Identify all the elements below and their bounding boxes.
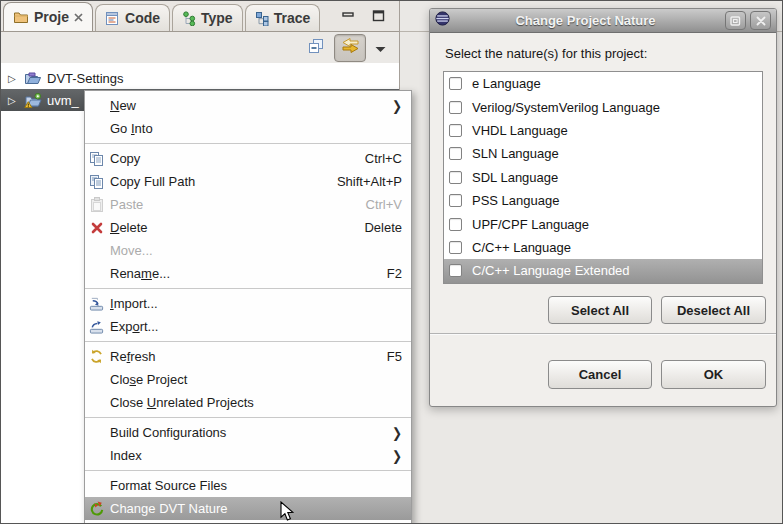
menu-item-label: Go Into [110, 121, 153, 136]
dialog-maximize-button[interactable] [725, 11, 746, 30]
menu-item-accelerator: Ctrl+C [365, 151, 402, 166]
menu-item-label: Format Source Files [110, 478, 227, 493]
menu-item-build-configurations[interactable]: Build Configurations❯ [85, 421, 411, 444]
nature-label: PSS Language [472, 193, 559, 208]
view-window-controls [342, 8, 385, 26]
menu-item-accelerator: F2 [387, 266, 402, 281]
nature-checkbox-pss-language[interactable] [449, 194, 462, 207]
view-menu-button[interactable] [375, 39, 386, 57]
dialog-close-button[interactable] [750, 11, 771, 30]
menu-separator [85, 470, 411, 471]
menu-item-delete[interactable]: DeleteDelete [85, 216, 411, 239]
trace-icon [255, 11, 269, 26]
menu-item-label: Move... [110, 243, 153, 258]
nature-row-sln-language[interactable]: SLN Language [444, 142, 762, 165]
nature-checkbox-sln-language[interactable] [449, 147, 462, 160]
nature-row-c-c-language[interactable]: C/C++ Language [444, 236, 762, 259]
dialog-titlebar[interactable]: Change Project Nature [430, 9, 776, 33]
export-icon [89, 319, 104, 335]
submenu-arrow-icon: ❯ [392, 447, 402, 463]
tab-close-icon[interactable] [74, 13, 83, 22]
menu-item-close-project[interactable]: Close Project [85, 368, 411, 391]
nature-row-upf-cpf-language[interactable]: UPF/CPF Language [444, 212, 762, 235]
nature-checkbox-c-c-language-extended[interactable] [449, 264, 462, 277]
nature-checkbox-vhdl-language[interactable] [449, 124, 462, 137]
view-tab-trace[interactable]: Trace [245, 4, 321, 31]
nature-row-sdl-language[interactable]: SDL Language [444, 166, 762, 189]
menu-item-index[interactable]: Index❯ [85, 444, 411, 467]
menu-item-accelerator: Shift+Alt+P [337, 174, 402, 189]
nature-label: C/C++ Language Extended [472, 263, 630, 278]
nature-label: Verilog/SystemVerilog Language [472, 100, 660, 115]
folder-icon [13, 10, 29, 24]
menu-item-accelerator: Delete [364, 220, 402, 235]
tree-item-label: DVT-Settings [47, 71, 124, 86]
change-project-nature-dialog: Change Project Nature Select the nature(… [429, 8, 777, 407]
menu-item-label: New [110, 98, 136, 113]
menu-item-close-unrelated-projects[interactable]: Close Unrelated Projects [85, 391, 411, 414]
nature-checkbox-c-c-language[interactable] [449, 241, 462, 254]
select-all-button[interactable]: Select All [548, 296, 652, 324]
nature-label: SDL Language [472, 170, 558, 185]
deselect-all-button[interactable]: Deselect All [661, 296, 766, 324]
menu-item-go-into[interactable]: Go Into [85, 117, 411, 140]
nature-row-vhdl-language[interactable]: VHDL Language [444, 119, 762, 142]
menu-item-label: Copy Full Path [110, 174, 195, 189]
menu-item-label: Delete [110, 220, 148, 235]
menu-item-move: Move... [85, 239, 411, 262]
tab-label: Trace [274, 10, 311, 26]
tree-item-dvt-settings[interactable]: ▷DVT-Settings [1, 67, 399, 89]
collapse-all-icon [308, 38, 325, 58]
menu-item-import[interactable]: Import... [85, 292, 411, 315]
expander-icon[interactable]: ▷ [8, 73, 21, 84]
eclipse-icon [435, 11, 450, 30]
nature-checkbox-sdl-language[interactable] [449, 171, 462, 184]
cancel-button[interactable]: Cancel [548, 360, 652, 389]
view-tab-bar: ProjeCodeTypeTrace [1, 1, 399, 32]
tab-label: Proje [34, 9, 69, 25]
dialog-close-icon [756, 12, 766, 30]
menu-separator [85, 417, 411, 418]
nature-label: VHDL Language [472, 123, 568, 138]
nature-checkbox-e-language[interactable] [449, 77, 462, 90]
ok-button[interactable]: OK [661, 360, 766, 389]
nature-row-pss-language[interactable]: PSS Language [444, 189, 762, 212]
menu-item-copy-full-path[interactable]: Copy Full PathShift+Alt+P [85, 170, 411, 193]
maximize-icon[interactable] [372, 8, 385, 26]
menu-item-copy[interactable]: CopyCtrl+C [85, 147, 411, 170]
mouse-cursor-icon [280, 501, 296, 524]
menu-item-label: Export... [110, 319, 158, 334]
menu-item-rename[interactable]: Rename...F2 [85, 262, 411, 285]
menu-item-label: Index [110, 448, 142, 463]
view-tab-type[interactable]: Type [172, 4, 243, 31]
nature-label: UPF/CPF Language [472, 217, 589, 232]
menu-item-format-source-files[interactable]: Format Source Files [85, 474, 411, 497]
view-tab-code[interactable]: Code [95, 4, 170, 31]
nature-row-e-language[interactable]: e Language [444, 72, 762, 95]
dialog-title: Change Project Nature [450, 13, 721, 28]
expander-icon[interactable]: ▷ [8, 95, 21, 106]
view-tab-proje[interactable]: Proje [3, 2, 93, 31]
menu-item-export[interactable]: Export... [85, 315, 411, 338]
eclipse-workbench: ProjeCodeTypeTrace ▷DVT-Settings▷uvm_ Ne… [0, 0, 783, 524]
nature-row-c-c-language-extended[interactable]: C/C++ Language Extended [444, 259, 762, 282]
collapse-all-button[interactable] [308, 38, 325, 58]
change-nature-icon [89, 501, 104, 517]
nature-row-verilog-systemverilog-language[interactable]: Verilog/SystemVerilog Language [444, 95, 762, 118]
nature-checkbox-verilog-systemverilog-language[interactable] [449, 101, 462, 114]
nature-checkbox-upf-cpf-language[interactable] [449, 218, 462, 231]
link-with-editor-icon [341, 37, 360, 58]
tab-label: Code [125, 10, 160, 26]
submenu-arrow-icon: ❯ [392, 97, 402, 113]
project-warning-icon [24, 93, 42, 108]
menu-separator [85, 288, 411, 289]
menu-item-label: Build Configurations [110, 425, 226, 440]
copy-icon [89, 151, 104, 167]
link-with-editor-button[interactable] [334, 34, 366, 62]
view-menu-icon [375, 39, 386, 57]
menu-item-change-dvt-nature[interactable]: Change DVT Nature [85, 497, 411, 520]
minimize-icon[interactable] [342, 8, 355, 26]
menu-item-new[interactable]: New❯ [85, 94, 411, 117]
copy-path-icon [89, 174, 104, 190]
menu-item-refresh[interactable]: RefreshF5 [85, 345, 411, 368]
